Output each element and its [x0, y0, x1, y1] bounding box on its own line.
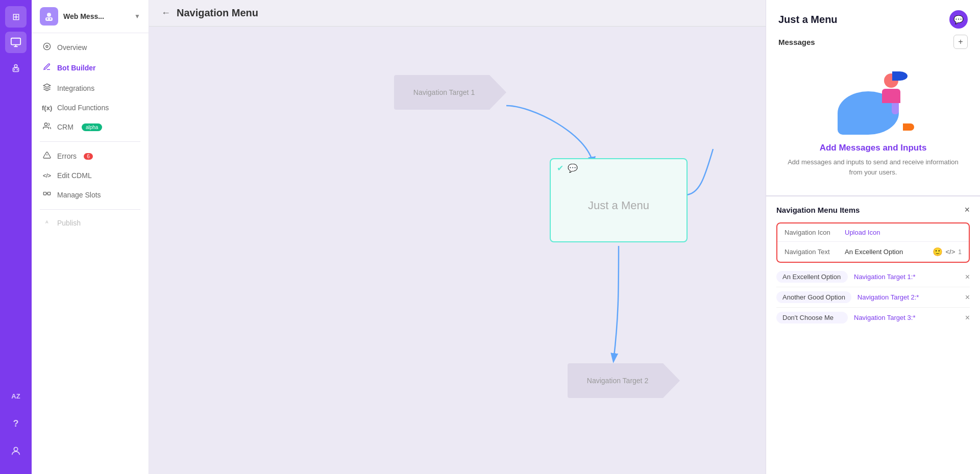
sidebar-item-bot-builder[interactable]: Bot Builder	[32, 58, 149, 78]
sidebar-item-integrations[interactable]: Integrations	[32, 78, 149, 98]
nav-option-row-3: Don't Choose Me Navigation Target 3:* ×	[776, 308, 970, 328]
figure-left-leg	[884, 103, 891, 114]
sidebar-logo	[40, 7, 58, 26]
figure-legs	[878, 103, 904, 114]
panel-title: Just a Menu	[778, 14, 838, 26]
sidebar-item-publish[interactable]: ᴬ Publish	[32, 214, 149, 232]
nav-text-field-icons: 🙂 </> 1	[933, 247, 962, 257]
sidebar-item-cloud-functions[interactable]: f(x) Cloud Functions	[32, 98, 149, 117]
main-node-label: Just a Menu	[588, 199, 649, 212]
canvas-header: ← Navigation Menu	[149, 0, 766, 27]
sidebar-item-edit-cdml[interactable]: </> Edit CDML	[32, 166, 149, 185]
nav-target-1-label: Navigation Target 1	[413, 88, 475, 96]
overview-icon	[42, 42, 52, 53]
right-panel-top: Just a Menu 💬 Messages +	[766, 0, 980, 196]
node-chat-icon: 💬	[568, 163, 578, 173]
empty-state: Add Messages and Inputs Add messages and…	[778, 53, 968, 187]
sidebar-item-crm[interactable]: CRM alpha	[32, 117, 149, 137]
errors-icon	[42, 151, 52, 161]
nav-items-panel: Navigation Menu Items × Navigation Icon …	[766, 196, 980, 474]
svg-point-7	[14, 447, 17, 451]
sidebar-item-overview[interactable]: Overview	[32, 37, 149, 58]
user-icon-btn[interactable]	[5, 440, 27, 462]
main-canvas: ← Navigation Menu Navigation Target 1	[149, 0, 766, 474]
option-2-label: Another Good Option	[776, 291, 851, 303]
bot-icon-btn[interactable]	[5, 57, 27, 79]
just-a-menu-node[interactable]: ✔ 💬 Just a Menu	[550, 158, 688, 242]
crm-label: CRM	[57, 123, 74, 131]
svg-point-14	[44, 123, 47, 126]
translate-icon-btn[interactable]: AZ	[5, 385, 27, 407]
panel-chat-button[interactable]: 💬	[949, 10, 968, 29]
canvas-body[interactable]: Navigation Target 1 ✔ 💬 Just a Menu Navi…	[149, 27, 766, 474]
back-button[interactable]: ←	[161, 8, 170, 18]
nav-icon-field: Navigation Icon Upload Icon	[777, 223, 969, 242]
svg-point-13	[46, 45, 48, 47]
sidebar-item-errors[interactable]: Errors 6	[32, 146, 149, 166]
overview-label: Overview	[57, 43, 87, 52]
node-check-icon: ✔	[557, 163, 564, 173]
sidebar-nav: Overview Bot Builder Integrations f(x) C…	[32, 33, 149, 236]
nav-option-row-2: Another Good Option Navigation Target 2:…	[776, 287, 970, 308]
help-icon-btn[interactable]: ?	[5, 413, 27, 434]
figure-right-leg	[892, 103, 899, 114]
field-count: 1	[958, 248, 962, 256]
sidebar: Web Mess... ▼ Overview Bot Builder Integ…	[32, 0, 149, 474]
panel-title-row: Just a Menu 💬	[778, 10, 968, 29]
option-3-label: Don't Choose Me	[776, 312, 848, 323]
option-1-remove-button[interactable]: ×	[965, 272, 970, 282]
option-1-target[interactable]: Navigation Target 1:*	[854, 273, 959, 281]
figure	[878, 73, 904, 107]
option-2-remove-button[interactable]: ×	[965, 293, 970, 302]
add-message-button[interactable]: +	[953, 35, 968, 49]
sidebar-divider-1	[40, 141, 140, 142]
svg-point-12	[43, 43, 50, 49]
sidebar-header: Web Mess... ▼	[32, 0, 149, 33]
icon-bar: ⊞ AZ ?	[0, 0, 32, 474]
figure-head	[884, 73, 898, 88]
option-1-label: An Excellent Option	[776, 271, 848, 283]
canvas-title: Navigation Menu	[177, 7, 258, 19]
figure-hair	[892, 71, 908, 81]
publish-icon: ᴬ	[42, 219, 52, 227]
option-3-remove-button[interactable]: ×	[965, 313, 970, 322]
sidebar-item-manage-slots[interactable]: Manage Slots	[32, 185, 149, 205]
nav-items-header: Navigation Menu Items ×	[776, 205, 970, 215]
sidebar-divider-2	[40, 209, 140, 210]
sidebar-brand-name: Web Mess...	[63, 12, 129, 20]
sidebar-dropdown-arrow[interactable]: ▼	[134, 13, 140, 20]
option-2-target[interactable]: Navigation Target 2:*	[857, 293, 959, 301]
bot-builder-icon	[42, 63, 52, 73]
empty-state-title: Add Messages and Inputs	[820, 143, 927, 153]
emoji-icon-btn[interactable]: 🙂	[933, 247, 943, 257]
nav-text-field: Navigation Text An Excellent Option 🙂 </…	[777, 242, 969, 262]
empty-illustration	[832, 63, 914, 135]
errors-badge: 6	[84, 153, 93, 160]
svg-point-8	[47, 13, 51, 17]
svg-point-3	[14, 65, 17, 67]
svg-rect-9	[45, 17, 53, 21]
nav-items-title: Navigation Menu Items	[776, 206, 860, 214]
figure-shirt	[882, 89, 900, 103]
nav-icon-label: Navigation Icon	[785, 229, 841, 236]
svg-point-11	[50, 18, 52, 20]
svg-rect-17	[43, 192, 46, 195]
nav-target-1-node[interactable]: Navigation Target 1	[394, 75, 506, 110]
code-icon-btn[interactable]: </>	[946, 248, 955, 256]
crm-alpha-badge: alpha	[82, 123, 102, 131]
nav-items-close-button[interactable]: ×	[964, 205, 970, 215]
nav-options-list: An Excellent Option Navigation Target 1:…	[776, 267, 970, 328]
chat-icon-btn[interactable]	[5, 32, 27, 53]
cloud-functions-label: Cloud Functions	[57, 104, 109, 112]
upload-icon-link[interactable]: Upload Icon	[845, 229, 880, 236]
integrations-icon	[42, 83, 52, 93]
nav-target-2-node[interactable]: Navigation Target 2	[568, 363, 680, 398]
messages-label: Messages	[778, 38, 815, 46]
option-3-target[interactable]: Navigation Target 3:*	[854, 314, 959, 321]
svg-rect-0	[11, 38, 20, 45]
publish-label: Publish	[57, 219, 81, 227]
edit-cdml-icon: </>	[42, 172, 52, 179]
grid-icon-btn[interactable]: ⊞	[5, 6, 27, 28]
figure-foot	[903, 123, 914, 131]
node-icons: ✔ 💬	[557, 163, 578, 173]
